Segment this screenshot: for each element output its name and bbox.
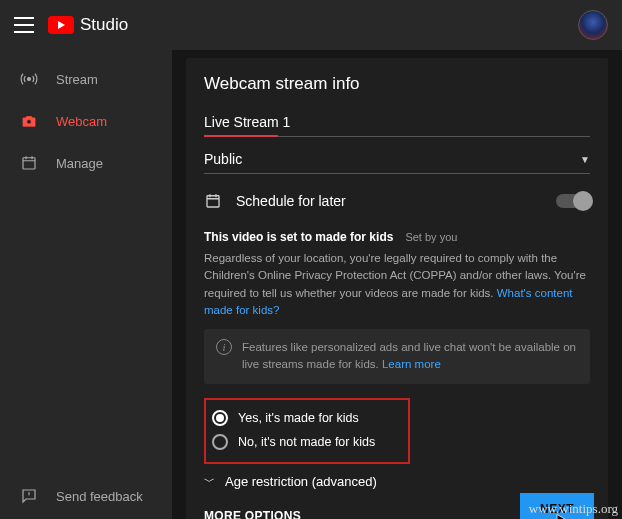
info-box: i Features like personalized ads and liv… bbox=[204, 329, 590, 384]
studio-logo[interactable]: Studio bbox=[48, 15, 128, 35]
feedback-label: Send feedback bbox=[56, 489, 143, 504]
radio-not-made-for-kids[interactable]: No, it's not made for kids bbox=[212, 430, 398, 454]
radio-yes-made-for-kids[interactable]: Yes, it's made for kids bbox=[212, 406, 398, 430]
sidebar-item-stream[interactable]: Stream bbox=[0, 58, 172, 100]
age-restriction-toggle[interactable]: ﹀ Age restriction (advanced) bbox=[204, 474, 590, 489]
sidebar-item-label: Manage bbox=[56, 156, 103, 171]
sidebar-item-webcam[interactable]: Webcam bbox=[0, 100, 172, 142]
camera-icon bbox=[20, 112, 38, 130]
chevron-down-icon: ﹀ bbox=[204, 474, 215, 489]
caret-down-icon: ▼ bbox=[580, 154, 590, 165]
avatar[interactable] bbox=[578, 10, 608, 40]
menu-icon[interactable] bbox=[14, 17, 34, 33]
radio-icon bbox=[212, 410, 228, 426]
svg-point-1 bbox=[27, 120, 32, 125]
schedule-calendar-icon bbox=[204, 192, 222, 210]
youtube-play-icon bbox=[48, 16, 74, 34]
radio-icon bbox=[212, 434, 228, 450]
send-feedback[interactable]: Send feedback bbox=[0, 473, 172, 519]
info-icon: i bbox=[216, 339, 232, 355]
svg-rect-3 bbox=[207, 196, 219, 207]
sidebar: Stream Webcam Manage Send feedback bbox=[0, 50, 172, 519]
made-for-kids-radio-group: Yes, it's made for kids No, it's not mad… bbox=[204, 398, 410, 464]
webcam-stream-panel: Webcam stream info Live Stream 1 Public … bbox=[186, 58, 608, 519]
set-by-label: Set by you bbox=[405, 231, 457, 243]
svg-rect-2 bbox=[23, 158, 35, 169]
schedule-label: Schedule for later bbox=[236, 193, 346, 209]
sidebar-item-label: Webcam bbox=[56, 114, 107, 129]
stream-title-input[interactable]: Live Stream 1 bbox=[204, 114, 590, 137]
stream-icon bbox=[20, 70, 38, 88]
sidebar-item-label: Stream bbox=[56, 72, 98, 87]
calendar-icon bbox=[20, 154, 38, 172]
kids-header: This video is set to made for kids bbox=[204, 230, 393, 244]
brand-label: Studio bbox=[80, 15, 128, 35]
panel-title: Webcam stream info bbox=[204, 74, 590, 94]
svg-point-0 bbox=[28, 78, 31, 81]
visibility-value: Public bbox=[204, 151, 242, 167]
feedback-icon bbox=[20, 487, 38, 505]
schedule-toggle[interactable] bbox=[556, 194, 590, 208]
sidebar-item-manage[interactable]: Manage bbox=[0, 142, 172, 184]
learn-more-link[interactable]: Learn more bbox=[382, 358, 441, 370]
visibility-select[interactable]: Public ▼ bbox=[204, 151, 590, 174]
next-button[interactable]: NEXT bbox=[520, 493, 594, 520]
legal-text: Regardless of your location, you're lega… bbox=[204, 250, 590, 319]
